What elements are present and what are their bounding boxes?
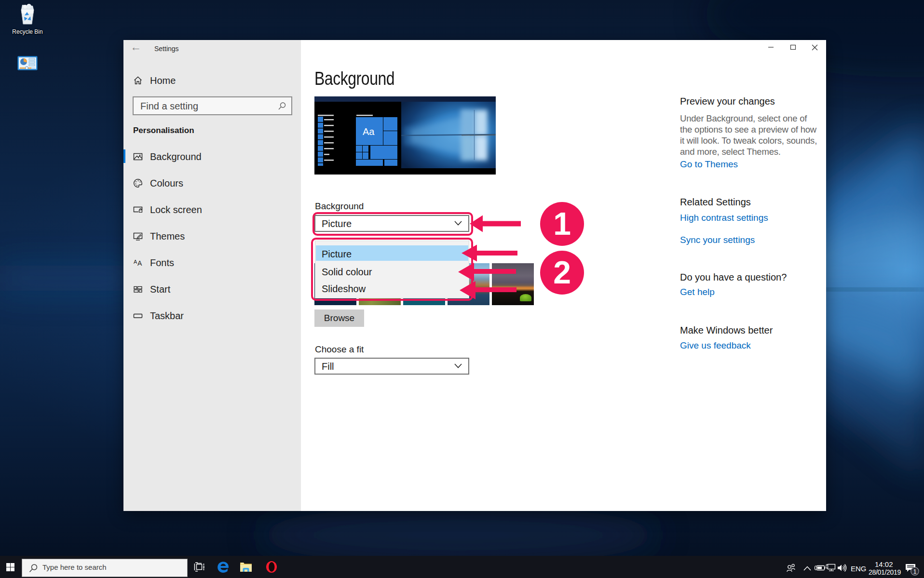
- svg-text:A: A: [134, 259, 137, 265]
- svg-text:1: 1: [913, 568, 917, 575]
- svg-text:A: A: [137, 259, 142, 267]
- svg-text:Aa: Aa: [363, 126, 375, 137]
